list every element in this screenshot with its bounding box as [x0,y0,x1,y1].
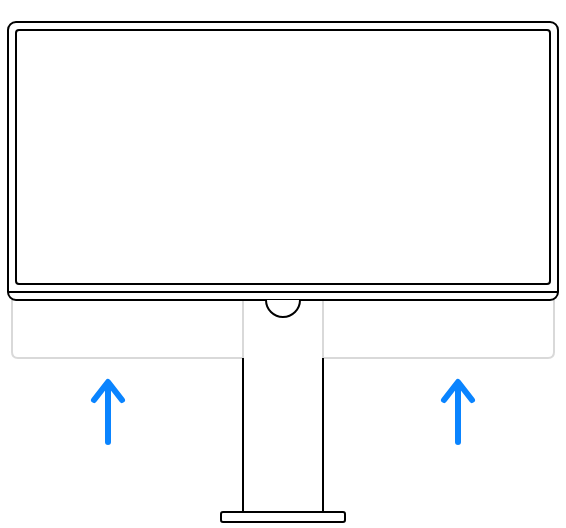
stand-neck [243,295,323,520]
stand-base [221,512,345,522]
lift-arrow-right-icon [444,382,472,442]
svg-rect-7 [16,30,550,284]
lift-arrow-left-icon [94,382,122,442]
svg-rect-5 [221,512,345,522]
svg-rect-0 [243,295,323,520]
display-raised-outline [8,22,558,317]
display-adjustment-diagram [0,0,566,528]
